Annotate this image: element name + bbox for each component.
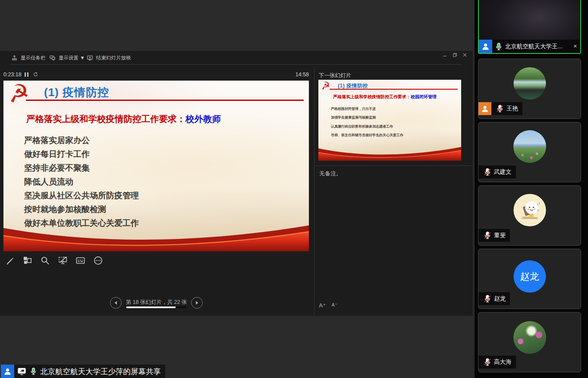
title-underline [26,100,304,101]
end-slideshow-label: 结束幻灯片放映 [96,55,131,61]
show-taskbar-label: 显示任务栏 [21,55,46,61]
person-icon [3,367,12,376]
participant-name: 高大海 [494,358,512,366]
person-icon [481,104,489,113]
end-slideshow-icon [87,55,93,61]
screen-share-icon [17,366,27,376]
participant-tile[interactable]: 武建文 [478,122,581,182]
display-settings-icon [49,55,56,61]
end-slideshow-button[interactable]: 结束幻灯片放映 [87,53,131,62]
party-emblem-icon: ☭ [6,81,31,107]
slideshow-progress-bar [126,306,186,308]
more-options-button[interactable] [93,255,103,266]
participant-name: 王艳 [506,105,518,112]
current-slide: ☭ (1) 疫情防控 严格落实上级和学校疫情防控工作要求：校外教师 严格落实居家… [3,81,309,251]
screen-share-view: 显示任务栏 显示设置 ▼ 结束幻灯片放映 [0,0,475,378]
participant-namechip: 高大海 [478,356,516,369]
participant-tile-speaking[interactable]: 北京航空航天大学王... ✕ [478,0,581,54]
elapsed-timer: 0:23:18 [3,72,22,78]
mic-muted-icon [483,294,492,303]
slide-bullet: 坚决服从社区公共场所防疫管理 [24,190,139,201]
pause-timer-button[interactable] [25,72,28,77]
notes-divider [315,166,472,166]
participants-sidebar: 北京航空航天大学王... ✕ 王艳 武建文 [475,0,588,378]
participant-namechip: 赵龙 [478,292,510,305]
preview-bullet: 加强学生健康监测与核酸监测 [331,115,376,120]
presenter-avatar-badge [1,365,14,378]
slide-title: (1) 疫情防控 [44,85,109,100]
see-all-slides-button[interactable] [22,255,32,266]
subtitles-button[interactable] [75,255,85,266]
screen-share-banner: 北京航空航天大学王少萍的屏幕共享 [1,365,165,378]
participant-avatar [513,194,546,226]
slide-bullet: 坚持非必要不聚集 [24,162,90,174]
restore-button[interactable] [452,52,458,58]
participant-name: 董斐 [494,231,506,239]
mic-on-icon [494,42,503,51]
share-banner-label: 北京航空航天大学王少萍的屏幕共享 [40,366,161,377]
display-settings-button[interactable]: 显示设置 ▼ [49,53,85,62]
red-ribbon-graphic [3,225,309,251]
display-settings-label: 显示设置 ▼ [59,55,85,61]
participant-tile[interactable]: 王艳 [478,59,581,119]
slide-subtitle: 严格落实上级和学校疫情防控工作要求：校外教师 [26,113,221,125]
participant-name: 北京航空航天大学王... [505,43,570,50]
subtitle-red-text: 严格落实上级和学校疫情防控工作要求： [333,94,411,99]
show-taskbar-button[interactable]: 显示任务栏 [11,53,46,62]
notes-font-controls: A⁺ A⁻ [319,302,337,309]
participant-namechip: 王艳 [478,102,522,115]
avatar-initials: 赵龙 [520,270,539,283]
mic-muted-icon [496,104,504,113]
participant-tile[interactable]: 董斐 [478,185,581,246]
toolbar-separator [10,64,462,65]
participant-tile[interactable]: 赵龙 赵龙 [478,249,581,309]
participant-name: 武建文 [494,168,512,176]
participant-avatar: 赵龙 [513,260,546,293]
preview-bullet: 认真履行岗位职责和积极参加志愿者工作 [331,124,393,129]
annotation-tools [4,255,103,266]
speaker-notes: 无备注。 [319,170,342,178]
minimize-button[interactable] [442,52,448,58]
participant-name: 赵龙 [494,295,506,303]
restart-timer-button[interactable] [33,72,38,78]
window-controls [442,52,468,58]
subtitle-blue-text: 校外教师 [186,114,221,124]
subtitle-red-text: 严格落实上级和学校疫情防控工作要求： [26,114,186,124]
subtitle-blue-text: 校园闭环管理 [411,94,437,99]
timer-row: 0:23:18 14:58 [3,72,309,78]
participant-tile[interactable]: 高大海 [478,312,581,372]
participant-avatar [513,67,546,100]
next-slide-button[interactable] [191,297,203,309]
panel-divider [314,67,314,315]
slide-bullet: 严格落实居家办公 [24,135,90,146]
participant-namebar: 北京航空航天大学王... ✕ [479,40,580,53]
preview-slide-subtitle: 严格落实上级和学校疫情防控工作要求：校园闭环管理 [333,94,437,100]
person-icon [481,42,490,51]
preview-bullet: 严格校园封闭管理，只出不进 [331,106,376,111]
taskbar-icon [11,55,18,61]
close-video-icon[interactable]: ✕ [570,44,580,49]
next-slide-preview: ☭ (1) 疫情防控 严格落实上级和学校疫情防控工作要求：校园闭环管理 严格校园… [318,80,461,161]
preview-bullet: 导师、班主任和辅导员做好学生的关心关爱工作 [331,133,403,137]
decrease-font-button[interactable]: A⁻ [331,302,337,309]
mic-muted-icon [483,358,492,366]
progress-fill [126,306,176,308]
powerpoint-presenter-window: 显示任务栏 显示设置 ▼ 结束幻灯片放映 [0,51,473,316]
slide-bullet: 做好每日打卡工作 [24,149,90,160]
increase-font-button[interactable]: A⁺ [319,302,326,309]
participant-badge [478,102,491,115]
title-underline [330,89,458,90]
zoom-slide-button[interactable] [40,255,50,266]
red-ribbon-graphic [318,147,461,161]
participant-namechip: 武建文 [478,166,516,178]
meeting-app-window: 显示任务栏 显示设置 ▼ 结束幻灯片放映 [0,0,588,378]
mic-on-icon [29,367,38,375]
wall-clock: 14:58 [296,72,309,78]
close-button[interactable] [462,52,468,58]
party-emblem-icon: ☭ [320,80,331,92]
share-banner-chip: 北京航空航天大学王少萍的屏幕共享 [14,365,165,378]
pen-tool-button[interactable] [4,255,15,266]
slide-bullet: 降低人员流动 [24,176,73,187]
black-screen-button[interactable] [57,255,68,266]
cartoon-avatar-graphic [513,194,546,226]
